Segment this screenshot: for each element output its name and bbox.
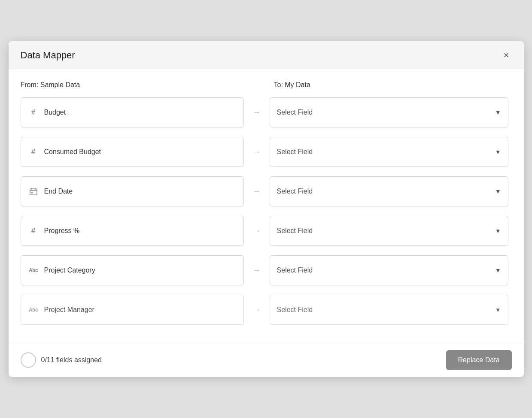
field-box-project-category: Abc Project Category [21, 255, 244, 285]
field-label-progress: Progress % [44, 227, 80, 235]
close-button[interactable]: × [501, 50, 512, 61]
field-box-project-manager: Abc Project Manager [21, 295, 244, 325]
arrow-consumed-budget: → [244, 148, 270, 157]
dialog-body: From: Sample Data To: My Data Budget → S… [9, 69, 524, 343]
mapper-row-project-category: Abc Project Category → Select Field ▼ [21, 255, 508, 285]
field-label-project-manager: Project Manager [44, 306, 94, 314]
hash-icon [28, 148, 39, 156]
scroll-area[interactable]: Budget → Select Field ▼ Consumed Budget … [21, 97, 512, 343]
arrow-end-date: → [244, 187, 270, 196]
select-field-progress[interactable]: Select Field ▼ [270, 216, 508, 246]
dialog-title: Data Mapper [21, 50, 75, 61]
chevron-down-icon-project-category: ▼ [495, 267, 501, 274]
arrow-budget: → [244, 108, 270, 117]
select-field-text-end-date: Select Field [277, 188, 313, 195]
abc-icon: Abc [28, 267, 39, 273]
abc-icon: Abc [28, 307, 39, 313]
field-label-consumed-budget: Consumed Budget [44, 148, 101, 156]
select-field-text-consumed-budget: Select Field [277, 148, 313, 156]
mapper-row-project-manager: Abc Project Manager → Select Field ▼ [21, 295, 508, 325]
data-mapper-dialog: Data Mapper × From: Sample Data To: My D… [9, 41, 524, 377]
chevron-down-icon-project-manager: ▼ [495, 306, 501, 313]
dialog-footer: 0/11 fields assigned Replace Data [9, 343, 524, 377]
calendar-icon [28, 187, 39, 196]
field-box-consumed-budget: Consumed Budget [21, 137, 244, 167]
select-field-project-manager[interactable]: Select Field ▼ [270, 295, 508, 325]
select-field-text-budget: Select Field [277, 109, 313, 116]
replace-data-button[interactable]: Replace Data [446, 350, 512, 370]
status-circle-icon [21, 352, 36, 368]
field-box-progress: Progress % [21, 216, 244, 246]
mapper-row-budget: Budget → Select Field ▼ [21, 97, 508, 127]
scroll-area-wrapper: Budget → Select Field ▼ Consumed Budget … [21, 97, 512, 343]
mapper-row-progress: Progress % → Select Field ▼ [21, 216, 508, 246]
svg-rect-4 [31, 192, 33, 193]
arrow-project-manager: → [244, 306, 270, 315]
chevron-down-icon-consumed-budget: ▼ [495, 148, 501, 155]
arrow-progress: → [244, 227, 270, 236]
column-headers: From: Sample Data To: My Data [21, 81, 512, 89]
mapper-row-consumed-budget: Consumed Budget → Select Field ▼ [21, 137, 508, 167]
select-field-text-progress: Select Field [277, 227, 313, 235]
field-label-end-date: End Date [44, 188, 73, 195]
chevron-down-icon-end-date: ▼ [495, 188, 501, 195]
select-field-text-project-category: Select Field [277, 267, 313, 274]
select-field-project-category[interactable]: Select Field ▼ [270, 255, 508, 285]
select-field-text-project-manager: Select Field [277, 306, 313, 314]
field-label-project-category: Project Category [44, 267, 95, 274]
from-column-label: From: Sample Data [21, 81, 248, 89]
svg-rect-0 [30, 189, 37, 195]
field-box-budget: Budget [21, 97, 244, 127]
select-field-budget[interactable]: Select Field ▼ [270, 97, 508, 127]
fields-assigned-label: 0/11 fields assigned [41, 356, 102, 364]
select-field-consumed-budget[interactable]: Select Field ▼ [270, 137, 508, 167]
mapper-row-end-date: End Date → Select Field ▼ [21, 176, 508, 206]
to-column-label: To: My Data [274, 81, 512, 89]
select-field-end-date[interactable]: Select Field ▼ [270, 176, 508, 206]
chevron-down-icon-budget: ▼ [495, 109, 501, 116]
fields-status-container: 0/11 fields assigned [21, 352, 102, 368]
field-box-end-date: End Date [21, 176, 244, 206]
hash-icon [28, 108, 39, 117]
field-label-budget: Budget [44, 109, 66, 116]
arrow-project-category: → [244, 266, 270, 275]
dialog-header: Data Mapper × [9, 41, 524, 69]
hash-icon [28, 227, 39, 235]
chevron-down-icon-progress: ▼ [495, 227, 501, 234]
